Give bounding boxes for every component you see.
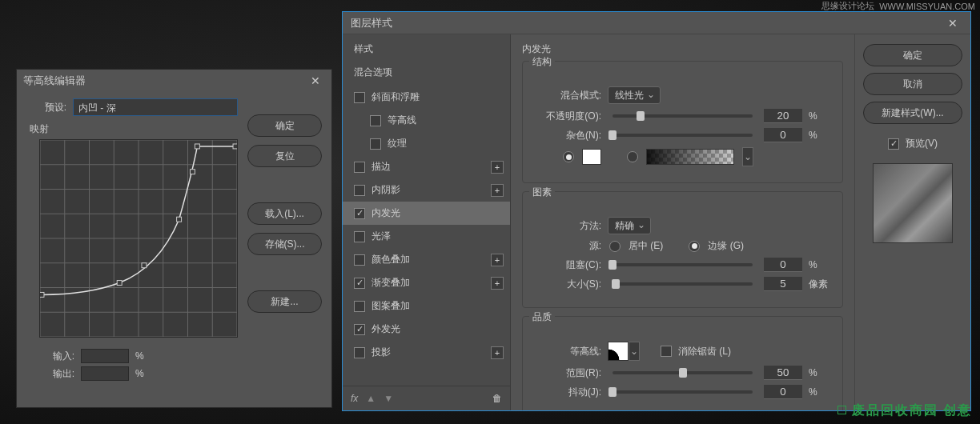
style-contour[interactable]: 等高线	[343, 109, 510, 132]
layer-titlebar[interactable]: 图层样式 ✕	[343, 12, 970, 34]
color-swatch[interactable]	[582, 149, 601, 165]
choke-input[interactable]	[764, 258, 802, 272]
ok-button[interactable]: 确定	[247, 114, 322, 137]
checkbox[interactable]	[354, 254, 365, 266]
close-icon[interactable]: ✕	[943, 15, 962, 31]
checkbox[interactable]	[370, 138, 381, 150]
preview-checkbox[interactable]	[888, 138, 899, 150]
noise-slider[interactable]	[612, 134, 753, 137]
technique-select[interactable]: 精确	[608, 217, 651, 234]
panel-title: 内发光	[522, 42, 843, 56]
svg-rect-19	[117, 281, 122, 286]
mapping-label: 映射	[30, 122, 238, 136]
style-bevel-emboss[interactable]: 斜面和浮雕	[343, 86, 510, 109]
jitter-input[interactable]	[764, 385, 802, 399]
arrow-down-icon[interactable]: ▼	[384, 393, 393, 404]
contour-titlebar[interactable]: 等高线编辑器 ✕	[17, 70, 331, 92]
contour-swatch[interactable]	[608, 342, 629, 361]
range-label: 范围(R):	[532, 366, 601, 380]
checkbox[interactable]	[354, 208, 365, 219]
source-center-radio[interactable]	[609, 241, 621, 252]
style-stroke[interactable]: 描边+	[343, 155, 510, 178]
source-edge-radio[interactable]	[689, 241, 700, 252]
style-drop-shadow[interactable]: 投影+	[343, 341, 510, 364]
checkbox[interactable]	[370, 115, 381, 126]
preview-label: 预览(V)	[906, 137, 938, 150]
blend-mode-label: 混合模式:	[532, 89, 601, 102]
load-button[interactable]: 载入(L)...	[247, 202, 322, 225]
output-label: 输出:	[42, 367, 74, 381]
gradient-swatch[interactable]	[646, 149, 734, 165]
blend-options[interactable]: 混合选项	[343, 61, 510, 86]
layer-style-dialog: 图层样式 ✕ 样式 混合选项 斜面和浮雕 等高线 纹理 描边+ 内阴影+ 内发光…	[342, 11, 971, 411]
color-radio[interactable]	[563, 151, 574, 162]
curve-editor[interactable]	[39, 139, 238, 338]
checkbox[interactable]	[354, 347, 365, 358]
size-input[interactable]	[764, 277, 802, 291]
plus-icon[interactable]: +	[491, 161, 504, 174]
size-slider[interactable]	[612, 282, 753, 286]
arrow-up-icon[interactable]: ▲	[366, 393, 376, 404]
new-button[interactable]: 新建...	[247, 290, 322, 313]
svg-rect-22	[190, 170, 195, 174]
ok-button[interactable]: 确定	[863, 44, 962, 66]
plus-icon[interactable]: +	[491, 184, 504, 197]
contour-label: 等高线:	[532, 345, 601, 358]
style-inner-glow[interactable]: 内发光	[343, 202, 510, 225]
elements-label: 图素	[529, 186, 555, 199]
style-inner-shadow[interactable]: 内阴影+	[343, 178, 510, 202]
preview-thumbnail	[873, 163, 953, 243]
checkbox[interactable]	[354, 92, 365, 103]
choke-slider[interactable]	[612, 263, 753, 266]
svg-rect-20	[142, 263, 147, 268]
input-field[interactable]	[81, 349, 129, 363]
opacity-slider[interactable]	[612, 114, 753, 118]
checkbox[interactable]	[354, 162, 365, 173]
cancel-button[interactable]: 取消	[863, 73, 962, 95]
jitter-slider[interactable]	[612, 390, 753, 394]
range-input[interactable]	[764, 366, 802, 380]
preset-select[interactable]: 内凹 - 深	[73, 98, 238, 116]
noise-input[interactable]	[764, 128, 802, 142]
checkbox[interactable]	[354, 231, 365, 242]
opacity-input[interactable]	[764, 109, 802, 123]
antialias-checkbox[interactable]	[661, 346, 672, 357]
style-outer-glow[interactable]: 外发光	[343, 318, 510, 341]
input-label: 输入:	[42, 350, 74, 363]
contour-title: 等高线编辑器	[23, 74, 86, 88]
output-field[interactable]	[81, 366, 129, 381]
checkbox[interactable]	[354, 301, 365, 312]
contour-dropdown[interactable]: ⌄	[629, 342, 640, 361]
new-style-button[interactable]: 新建样式(W)...	[863, 102, 962, 124]
blend-mode-select[interactable]: 线性光	[608, 86, 661, 104]
svg-rect-23	[195, 144, 199, 149]
gradient-radio[interactable]	[627, 151, 638, 162]
plus-icon[interactable]: +	[491, 254, 504, 266]
settings-panel: 内发光 结构 混合模式: 线性光 不透明度(O): % 杂色(N):	[511, 34, 854, 410]
watermark-bottom: 废品回收商园 创意	[837, 402, 972, 419]
layer-title: 图层样式	[351, 16, 392, 30]
fx-menu[interactable]: fx	[351, 393, 358, 404]
checkbox[interactable]	[354, 185, 365, 196]
trash-icon[interactable]: 🗑	[492, 393, 502, 404]
styles-header[interactable]: 样式	[343, 34, 510, 61]
style-list: 样式 混合选项 斜面和浮雕 等高线 纹理 描边+ 内阴影+ 内发光 光泽 颜色叠…	[343, 34, 511, 410]
close-icon[interactable]: ✕	[306, 73, 325, 89]
style-pattern-overlay[interactable]: 图案叠加	[343, 294, 510, 318]
gradient-dropdown[interactable]: ⌄	[742, 147, 753, 166]
style-gradient-overlay[interactable]: 渐变叠加+	[343, 271, 510, 294]
input-unit: %	[135, 350, 144, 362]
range-slider[interactable]	[612, 371, 753, 374]
reset-button[interactable]: 复位	[247, 145, 322, 167]
plus-icon[interactable]: +	[491, 277, 504, 290]
source-edge-label: 边缘 (G)	[708, 239, 744, 253]
plus-icon[interactable]: +	[491, 346, 504, 359]
svg-rect-18	[40, 292, 44, 297]
style-color-overlay[interactable]: 颜色叠加+	[343, 248, 510, 271]
checkbox[interactable]	[354, 278, 365, 289]
source-center-label: 居中 (E)	[629, 239, 663, 253]
save-button[interactable]: 存储(S)...	[247, 233, 322, 255]
style-texture[interactable]: 纹理	[343, 132, 510, 155]
style-satin[interactable]: 光泽	[343, 225, 510, 248]
checkbox[interactable]	[354, 324, 365, 335]
